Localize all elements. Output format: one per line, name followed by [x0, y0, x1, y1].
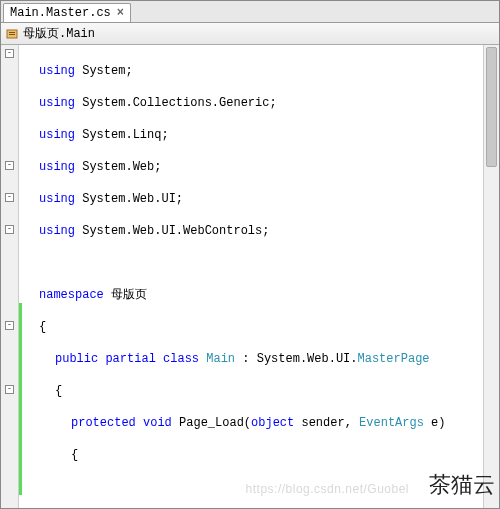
tab-bar: Main.Master.cs ×	[1, 1, 499, 23]
fold-toggle[interactable]: -	[5, 321, 14, 330]
code-text[interactable]: using System; using System.Collections.G…	[19, 45, 499, 508]
nav-path: 母版页.Main	[23, 25, 95, 42]
svg-rect-1	[9, 32, 15, 33]
tab-filename: Main.Master.cs	[10, 6, 111, 20]
vertical-scrollbar[interactable]	[483, 45, 499, 508]
navigation-bar[interactable]: 母版页.Main	[1, 23, 499, 45]
code-editor[interactable]: - - - - - - using System; using System.C…	[1, 45, 499, 508]
outline-gutter: - - - - - -	[1, 45, 19, 508]
scroll-thumb[interactable]	[486, 47, 497, 167]
file-tab[interactable]: Main.Master.cs ×	[3, 3, 131, 22]
class-icon	[5, 27, 19, 41]
svg-rect-2	[9, 34, 15, 35]
fold-toggle[interactable]: -	[5, 49, 14, 58]
fold-toggle[interactable]: -	[5, 193, 14, 202]
fold-toggle[interactable]: -	[5, 385, 14, 394]
close-icon[interactable]: ×	[117, 6, 124, 20]
fold-toggle[interactable]: -	[5, 161, 14, 170]
fold-toggle[interactable]: -	[5, 225, 14, 234]
